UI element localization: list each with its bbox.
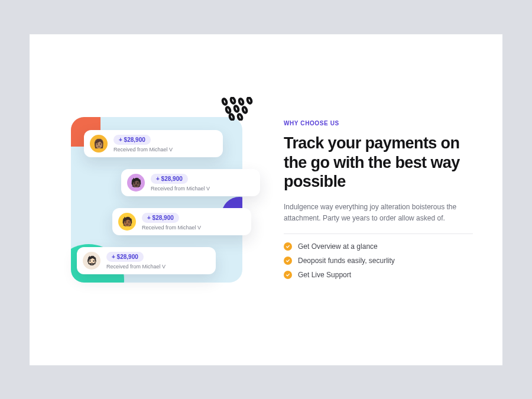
- feature-item: Get Overview at a glance: [284, 242, 473, 251]
- received-from-label: Received from Michael V: [106, 264, 166, 270]
- divider: [284, 233, 473, 234]
- payment-card: 👩🏽 + $28,900 Received from Michael V: [84, 130, 223, 157]
- payment-card: 🧔🏻 + $28,900 Received from Michael V: [77, 247, 216, 274]
- content-column: WHY CHOOSE US Track your payments on the…: [284, 120, 473, 278]
- payments-illustration: 👩🏽 + $28,900 Received from Michael V 🧑🏿 …: [59, 105, 254, 294]
- check-icon: [284, 257, 292, 265]
- svg-point-1: [230, 97, 235, 103]
- eyebrow-label: WHY CHOOSE US: [284, 120, 473, 126]
- svg-point-2: [238, 98, 244, 105]
- feature-list: Get Overview at a glance Deoposit funds …: [284, 242, 473, 279]
- svg-point-6: [242, 106, 247, 113]
- amount-pill: + $28,900: [151, 174, 188, 184]
- marketing-section: 👩🏽 + $28,900 Received from Michael V 🧑🏿 …: [30, 34, 502, 365]
- feature-item: Get Live Support: [284, 271, 473, 279]
- svg-point-4: [225, 106, 231, 113]
- feature-text: Deoposit funds easily, securlity: [298, 257, 395, 265]
- received-from-label: Received from Michael V: [142, 225, 201, 231]
- amount-pill: + $28,900: [142, 213, 179, 223]
- headline: Track your payments on the go with the b…: [284, 134, 473, 191]
- avatar: 👩🏽: [90, 135, 108, 153]
- svg-point-8: [237, 113, 242, 120]
- svg-point-0: [222, 98, 227, 105]
- avatar: 🧔🏻: [83, 252, 100, 270]
- svg-point-5: [233, 105, 239, 112]
- avatar: 🧑🏿: [127, 174, 145, 192]
- svg-point-3: [246, 97, 252, 103]
- avatar: 🧑🏾: [118, 213, 136, 231]
- payment-card: 🧑🏾 + $28,900 Received from Michael V: [112, 208, 251, 235]
- feature-item: Deoposit funds easily, securlity: [284, 257, 473, 265]
- received-from-label: Received from Michael V: [113, 147, 173, 153]
- check-icon: [284, 271, 292, 279]
- amount-pill: + $28,900: [106, 252, 144, 262]
- feature-text: Get Overview at a glance: [298, 242, 378, 251]
- feature-text: Get Live Support: [298, 271, 351, 279]
- svg-point-7: [229, 113, 234, 120]
- check-icon: [284, 242, 292, 251]
- amount-pill: + $28,900: [113, 135, 151, 145]
- payment-card: 🧑🏿 + $28,900 Received from Michael V: [121, 169, 260, 196]
- subcopy: Indulgence way everything joy alteration…: [284, 202, 473, 223]
- received-from-label: Received from Michael V: [151, 186, 210, 192]
- decor-squiggle-icon: [219, 97, 260, 121]
